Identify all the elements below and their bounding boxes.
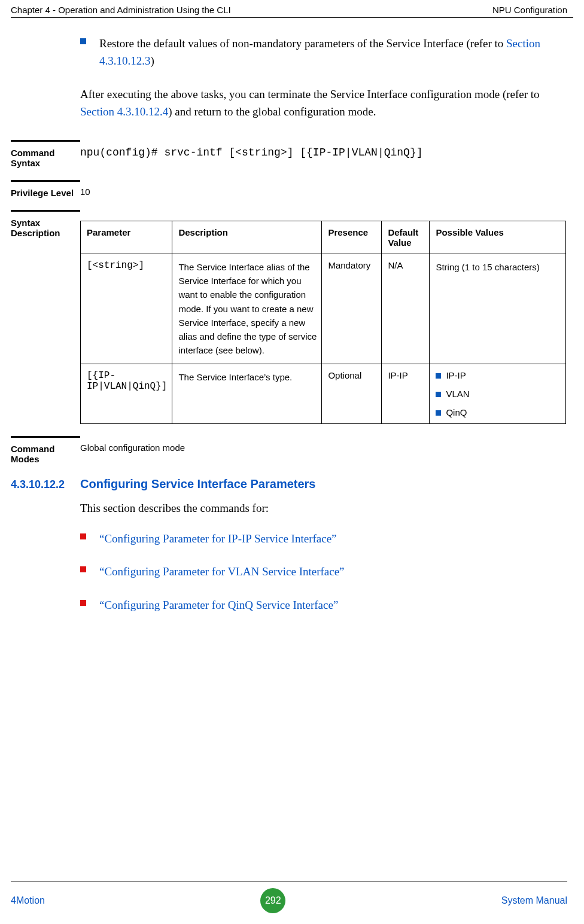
header-left: Chapter 4 - Operation and Administration… bbox=[11, 5, 231, 15]
table-header-row: Parameter Description Presence Default V… bbox=[81, 221, 566, 254]
paragraph-after-tasks: After executing the above tasks, you can… bbox=[80, 86, 566, 121]
page-number-badge: 292 bbox=[260, 888, 285, 913]
bullet-icon bbox=[436, 410, 441, 416]
link-vlan-service-interface[interactable]: “Configuring Parameter for VLAN Service … bbox=[99, 565, 345, 578]
header-right: NPU Configuration bbox=[492, 5, 567, 15]
table-row: [<string>] The Service Interface alias o… bbox=[81, 254, 566, 364]
bullet-icon bbox=[436, 373, 441, 379]
th-presence: Presence bbox=[322, 221, 382, 254]
privilege-level-value: 10 bbox=[80, 187, 90, 197]
footer-divider bbox=[11, 882, 567, 882]
footer-right: System Manual bbox=[501, 895, 567, 906]
cell-description: The Service Interface alias of the Servi… bbox=[172, 254, 322, 364]
label-command-syntax: Command Syntax bbox=[11, 148, 54, 168]
bullet-restore-defaults: Restore the default values of non-mandat… bbox=[99, 35, 566, 70]
para-pre: After executing the above tasks, you can… bbox=[80, 88, 540, 100]
bullet-icon bbox=[80, 38, 86, 44]
pv-value: VLAN bbox=[446, 389, 469, 399]
link-section-4-3-10-12-4[interactable]: Section 4.3.10.12.4 bbox=[80, 105, 168, 118]
list-item: QinQ bbox=[436, 407, 561, 417]
cell-description: The Service Interface’s type. bbox=[172, 364, 322, 423]
block-divider bbox=[11, 436, 80, 438]
command-modes-value: Global configuration mode bbox=[80, 443, 185, 453]
th-description: Description bbox=[172, 221, 322, 254]
para-post: ) and return to the global configuration… bbox=[168, 105, 376, 118]
bullet-icon bbox=[80, 566, 86, 572]
cell-default: IP-IP bbox=[382, 364, 430, 423]
cell-parameter: [{IP-IP|VLAN|QinQ}] bbox=[81, 364, 172, 423]
th-possible-values: Possible Values bbox=[430, 221, 566, 254]
footer-left: 4Motion bbox=[11, 895, 45, 906]
syntax-description-table: Parameter Description Presence Default V… bbox=[80, 221, 566, 424]
cell-presence: Mandatory bbox=[322, 254, 382, 364]
cell-parameter: [<string>] bbox=[81, 254, 172, 364]
block-divider bbox=[11, 210, 80, 212]
label-privilege-level: Privilege Level bbox=[11, 188, 74, 198]
table-row: [{IP-IP|VLAN|QinQ}] The Service Interfac… bbox=[81, 364, 566, 423]
section-intro: This section describes the commands for: bbox=[80, 499, 566, 517]
bullet-text-post: ) bbox=[151, 54, 154, 67]
list-item: VLAN bbox=[436, 389, 561, 399]
bullet-icon bbox=[436, 392, 441, 397]
label-syntax-description: Syntax Description bbox=[11, 218, 60, 238]
list-item: IP-IP bbox=[436, 370, 561, 380]
header-divider bbox=[11, 17, 573, 18]
th-parameter: Parameter bbox=[81, 221, 172, 254]
cell-possible-values: IP-IP VLAN QinQ bbox=[430, 364, 566, 423]
cell-default: N/A bbox=[382, 254, 430, 364]
section-number: 4.3.10.12.2 bbox=[11, 478, 80, 491]
bullet-icon bbox=[80, 600, 86, 606]
cell-possible-values: String (1 to 15 characters) bbox=[430, 254, 566, 364]
link-qinq-service-interface[interactable]: “Configuring Parameter for QinQ Service … bbox=[99, 599, 338, 611]
block-divider bbox=[11, 140, 80, 142]
section-title: Configuring Service Interface Parameters bbox=[80, 477, 315, 491]
bullet-text-pre: Restore the default values of non-mandat… bbox=[99, 37, 506, 50]
bullet-icon bbox=[80, 533, 86, 539]
pv-value: IP-IP bbox=[446, 370, 466, 380]
link-ip-ip-service-interface[interactable]: “Configuring Parameter for IP-IP Service… bbox=[99, 532, 337, 545]
th-default-value: Default Value bbox=[382, 221, 430, 254]
cell-presence: Optional bbox=[322, 364, 382, 423]
command-syntax-value: npu(config)# srvc-intf [<string>] [{IP-I… bbox=[80, 147, 423, 158]
pv-value: QinQ bbox=[446, 407, 467, 417]
label-command-modes: Command Modes bbox=[11, 444, 54, 464]
block-divider bbox=[11, 180, 80, 182]
